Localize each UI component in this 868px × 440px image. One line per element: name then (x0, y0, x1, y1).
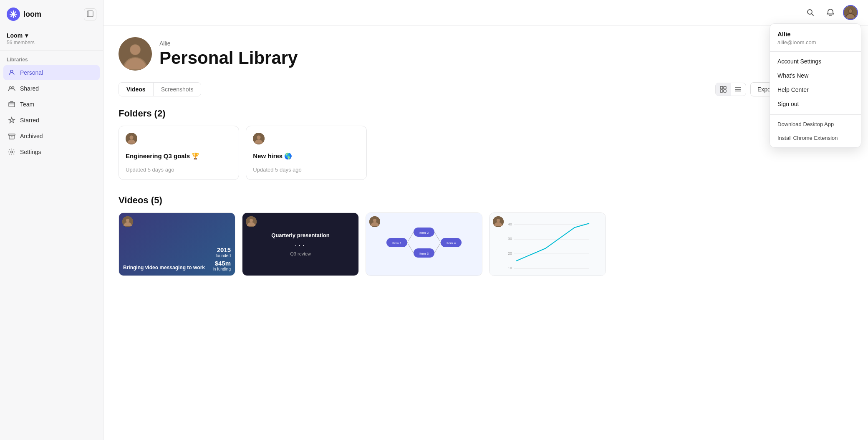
sidebar-item-shared[interactable]: Shared (3, 81, 100, 96)
view-toggle (715, 83, 746, 96)
dropdown-download-desktop[interactable]: Download Desktop App (770, 117, 861, 131)
workspace-name-text: Loom (7, 32, 23, 39)
svg-line-46 (434, 232, 441, 243)
dropdown-secondary-items: Download Desktop App Install Chrome Exte… (770, 114, 861, 147)
workspace-section[interactable]: Loom ▾ 56 members (0, 27, 103, 51)
loom-logo-icon (7, 8, 20, 21)
folder-card-1[interactable]: Engineering Q3 goals 🏆 Updated 5 days ag… (119, 126, 239, 180)
page-username: Allie (159, 40, 298, 47)
sidebar-collapse-button[interactable] (84, 8, 96, 20)
svg-rect-9 (8, 134, 15, 135)
svg-point-5 (10, 87, 12, 89)
folder-2-header (253, 133, 359, 144)
sidebar-item-starred[interactable]: Starred (3, 113, 100, 128)
svg-point-4 (10, 70, 13, 73)
svg-point-35 (373, 219, 376, 222)
team-icon (8, 100, 16, 109)
videos-section-title: Videos (5) (119, 195, 853, 206)
diagram-svg: Item 1 Item 2 Item 3 Item 4 (382, 221, 466, 267)
svg-point-27 (130, 136, 134, 139)
svg-point-29 (257, 136, 261, 139)
stat-founded-label: founded (213, 253, 231, 258)
sidebar-item-label-starred: Starred (20, 117, 39, 124)
video-card-2[interactable]: Quarterly presentation ··· Q3 review (242, 212, 359, 276)
user-dropdown: Allie allie@loom.com Account Settings Wh… (770, 23, 861, 148)
svg-line-45 (407, 243, 414, 253)
svg-rect-2 (87, 11, 93, 17)
star-icon (8, 116, 16, 124)
video-2-title-text: Quarterly presentation (271, 232, 329, 238)
notifications-button[interactable] (823, 5, 838, 20)
video-2-avatar (246, 216, 257, 227)
svg-rect-7 (9, 102, 15, 107)
folder-1-avatar (126, 133, 137, 144)
sidebar-item-team[interactable]: Team (3, 97, 100, 112)
dropdown-user-name: Allie (777, 30, 853, 38)
video-2-dots: ··· (295, 241, 306, 250)
dropdown-sign-out[interactable]: Sign out (770, 97, 861, 111)
folder-1-header (126, 133, 232, 144)
archive-icon (8, 132, 16, 140)
loom-wordmark: loom (23, 10, 41, 19)
video-4-thumb-bg: 40 30 20 10 (490, 213, 606, 276)
bell-icon (826, 8, 835, 17)
video-thumb-1: Bringing video messaging to work 2015fou… (119, 213, 235, 276)
svg-rect-19 (720, 86, 723, 89)
main-content: Allie allie@loom.com Account Settings Wh… (103, 0, 868, 440)
video-2-subtitle: Q3 review (290, 251, 311, 256)
svg-text:Item 1: Item 1 (392, 241, 402, 245)
svg-text:Item 2: Item 2 (419, 231, 429, 235)
list-view-button[interactable] (731, 83, 746, 96)
shared-icon (8, 84, 16, 93)
video-1-thumb-bg: Bringing video messaging to work 2015fou… (119, 213, 235, 276)
folder-card-2[interactable]: New hires 🌎 Updated 5 days ago (246, 126, 366, 180)
sidebar-item-archived[interactable]: Archived (3, 129, 100, 144)
sidebar: loom Loom ▾ 56 members Libraries Perso (0, 0, 103, 440)
dropdown-help-center[interactable]: Help Center (770, 83, 861, 97)
sidebar-item-personal[interactable]: Personal (3, 65, 100, 80)
settings-icon (8, 148, 16, 156)
svg-rect-21 (720, 90, 723, 92)
content-area: Allie Personal Library Videos Screenshot… (103, 25, 868, 440)
page-header: Allie Personal Library (119, 37, 853, 71)
folder-2-avatar (253, 133, 265, 144)
video-card-4[interactable]: 40 30 20 10 (489, 212, 606, 276)
stat-funding-value: $45m (213, 260, 231, 267)
svg-line-44 (407, 232, 414, 243)
sidebar-item-label-shared: Shared (20, 85, 39, 92)
search-button[interactable] (803, 5, 818, 20)
sidebar-item-label-settings: Settings (20, 149, 41, 155)
dropdown-main-items: Account Settings What's New Help Center … (770, 52, 861, 114)
sidebar-item-settings[interactable]: Settings (3, 144, 100, 159)
grid-view-button[interactable] (716, 83, 731, 96)
folder-2-name: New hires 🌎 (253, 152, 359, 160)
svg-point-49 (497, 219, 500, 222)
tab-screenshots[interactable]: Screenshots (154, 83, 201, 96)
tab-videos[interactable]: Videos (119, 83, 154, 96)
svg-text:40: 40 (508, 222, 512, 226)
video-card-3[interactable]: Item 1 Item 2 Item 3 Item 4 (366, 212, 482, 276)
dropdown-install-chrome[interactable]: Install Chrome Extension (770, 131, 861, 145)
video-4-avatar (493, 216, 504, 227)
svg-text:Item 3: Item 3 (419, 252, 429, 255)
search-icon (806, 8, 815, 17)
svg-point-33 (250, 219, 253, 222)
grid-icon (720, 86, 727, 93)
sidebar-item-label-personal: Personal (20, 69, 43, 76)
svg-point-12 (807, 10, 812, 14)
folder-1-name: Engineering Q3 goals 🏆 (126, 152, 232, 160)
dropdown-account-settings[interactable]: Account Settings (770, 54, 861, 68)
folders-section-title: Folders (2) (119, 108, 853, 119)
folder-2-avatar-svg (253, 133, 265, 144)
workspace-name[interactable]: Loom ▾ (7, 32, 96, 39)
libraries-label: Libraries (3, 57, 100, 63)
user-avatar-button[interactable] (843, 5, 858, 20)
dropdown-whats-new[interactable]: What's New (770, 68, 861, 83)
svg-text:Item 4: Item 4 (447, 241, 456, 245)
svg-point-18 (130, 45, 140, 55)
svg-point-6 (12, 87, 14, 89)
video-card-1[interactable]: Bringing video messaging to work 2015fou… (119, 212, 235, 276)
svg-point-11 (11, 151, 13, 153)
folder-1-avatar-svg (126, 133, 137, 144)
chart-svg: 40 30 20 10 (494, 217, 601, 271)
